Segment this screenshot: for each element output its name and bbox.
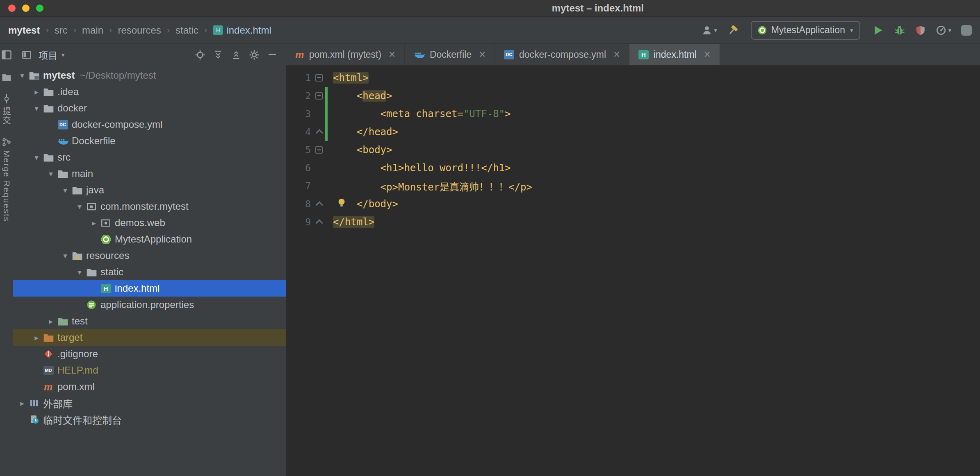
tab-close-icon[interactable]: × bbox=[479, 49, 485, 60]
tree-item-src[interactable]: ▾src bbox=[13, 149, 286, 165]
fold-marker-icon[interactable] bbox=[315, 201, 323, 209]
structure-stripe-button[interactable] bbox=[2, 73, 11, 82]
debug-button[interactable] bbox=[894, 25, 905, 36]
tree-item-test[interactable]: ▸test bbox=[13, 313, 286, 329]
breadcrumb-item-static[interactable]: static bbox=[175, 25, 198, 36]
build-hammer-icon[interactable] bbox=[727, 25, 738, 36]
fold-marker-icon[interactable] bbox=[315, 129, 323, 136]
tree-item-target[interactable]: ▸target bbox=[13, 329, 286, 346]
stop-button[interactable] bbox=[961, 25, 972, 36]
minimize-window-button[interactable] bbox=[22, 5, 30, 12]
zoom-window-button[interactable] bbox=[36, 5, 43, 12]
code-text[interactable]: </html> bbox=[327, 213, 374, 231]
tree-item-item[interactable]: 临时文件和控制台 bbox=[13, 411, 286, 428]
chevron-right-icon[interactable]: ▸ bbox=[31, 333, 42, 342]
tree-item-static[interactable]: ▾static bbox=[13, 264, 286, 280]
tree-item-index-html[interactable]: Hindex.html bbox=[13, 280, 286, 297]
intention-bulb-icon[interactable] bbox=[336, 197, 347, 211]
chevron-down-icon[interactable]: ▾ bbox=[16, 71, 28, 80]
run-configuration-select[interactable]: MytestApplication ▾ bbox=[751, 21, 861, 40]
line-number: 7 bbox=[286, 181, 311, 191]
chevron-down-icon: ▾ bbox=[714, 27, 717, 34]
locate-file-button[interactable] bbox=[193, 50, 207, 60]
breadcrumb-item-mytest[interactable]: mytest bbox=[8, 25, 40, 36]
tree-item-help-md[interactable]: MDHELP.md bbox=[13, 362, 286, 379]
breadcrumb-item-resources[interactable]: resources bbox=[118, 25, 161, 36]
tree-item-mytest[interactable]: ▾mytest~/Desktop/mytest bbox=[13, 67, 286, 84]
tree-item-application-properties[interactable]: application.properties bbox=[13, 297, 286, 313]
project-stripe-button[interactable] bbox=[1, 50, 12, 60]
spring-boot-icon bbox=[758, 26, 766, 34]
chevron-right-icon[interactable]: ▸ bbox=[88, 218, 100, 228]
tree-item-main[interactable]: ▾main bbox=[13, 165, 286, 182]
folder-excluded-icon bbox=[42, 333, 55, 342]
editor-tab-index-html[interactable]: Hindex.html× bbox=[629, 44, 720, 65]
commit-stripe-label: 提交 bbox=[0, 107, 12, 125]
chevron-down-icon[interactable]: ▾ bbox=[45, 169, 57, 179]
merge-requests-stripe-button[interactable]: Merge Requests bbox=[2, 137, 11, 222]
tree-item-mytestapplication[interactable]: MytestApplication bbox=[13, 231, 286, 247]
chevron-down-icon[interactable]: ▾ bbox=[62, 51, 65, 59]
chevron-down-icon[interactable]: ▾ bbox=[74, 267, 85, 277]
code-editor[interactable]: 1<html>2 <head>3 <meta charset="UTF-8">4… bbox=[286, 66, 980, 476]
window-title: mytest – index.html bbox=[552, 2, 644, 14]
commit-stripe-button[interactable]: 提交 bbox=[0, 94, 12, 125]
collapse-all-button[interactable] bbox=[229, 50, 243, 60]
folder-icon bbox=[85, 267, 98, 277]
tree-item-idea[interactable]: ▸.idea bbox=[13, 84, 286, 100]
html-icon: H bbox=[638, 50, 649, 59]
tab-close-icon[interactable]: × bbox=[613, 49, 620, 60]
code-text[interactable]: <p>Monster是真滴帅！！！</p> bbox=[327, 177, 532, 195]
hide-panel-button[interactable] bbox=[265, 54, 279, 55]
chevron-right-icon[interactable]: ▸ bbox=[31, 87, 42, 97]
tree-item-item[interactable]: ▸外部库 bbox=[13, 395, 286, 411]
tree-item-java[interactable]: ▾java bbox=[13, 182, 286, 198]
expand-all-button[interactable] bbox=[211, 50, 225, 60]
tree-item-pom-xml[interactable]: mpom.xml bbox=[13, 379, 286, 395]
code-text[interactable]: <body> bbox=[327, 141, 392, 159]
tree-item-label: pom.xml bbox=[57, 381, 95, 392]
folder-icon bbox=[71, 185, 83, 195]
settings-gear-icon[interactable] bbox=[247, 50, 261, 60]
editor-tab-pom-xml-mytest[interactable]: mpom.xml (mytest)× bbox=[286, 44, 405, 65]
code-text[interactable]: <meta charset="UTF-8"> bbox=[327, 105, 511, 123]
run-button[interactable] bbox=[873, 25, 884, 36]
tab-close-icon[interactable]: × bbox=[389, 49, 395, 60]
docker-compose-icon: DC bbox=[57, 120, 69, 129]
editor-tab-docker-compose-yml[interactable]: DCdocker-compose.yml× bbox=[495, 44, 629, 65]
code-text[interactable]: </body> bbox=[327, 195, 398, 213]
chevron-right-icon[interactable]: ▸ bbox=[16, 399, 28, 408]
tree-item-resources[interactable]: ▾resources bbox=[13, 247, 286, 264]
tree-item-demos-web[interactable]: ▸demos.web bbox=[13, 215, 286, 231]
tab-close-icon[interactable]: × bbox=[704, 49, 711, 60]
fold-marker-icon[interactable] bbox=[315, 219, 323, 227]
chevron-down-icon[interactable]: ▾ bbox=[31, 104, 42, 113]
close-window-button[interactable] bbox=[8, 5, 16, 12]
code-text[interactable]: <head> bbox=[327, 87, 392, 105]
code-text[interactable]: <html> bbox=[327, 69, 369, 87]
chevron-down-icon[interactable]: ▾ bbox=[59, 186, 71, 195]
fold-marker-icon[interactable] bbox=[315, 146, 323, 154]
code-text[interactable]: <h1>hello word!!!</h1> bbox=[327, 159, 511, 177]
coverage-button[interactable] bbox=[915, 25, 926, 36]
breadcrumb-item-src[interactable]: src bbox=[55, 25, 68, 36]
tree-item-dockerfile[interactable]: Dockerfile bbox=[13, 133, 286, 149]
chevron-right-icon[interactable]: ▸ bbox=[45, 317, 57, 326]
fold-marker-icon[interactable] bbox=[315, 92, 323, 100]
chevron-down-icon[interactable]: ▾ bbox=[74, 202, 85, 211]
code-text[interactable]: </head> bbox=[327, 123, 398, 141]
chevron-down-icon[interactable]: ▾ bbox=[59, 251, 71, 261]
tree-item-docker-compose-yml[interactable]: DCdocker-compose.yml bbox=[13, 116, 286, 133]
tree-item-docker[interactable]: ▾docker bbox=[13, 100, 286, 116]
editor-tab-dockerfile[interactable]: Dockerfile× bbox=[405, 44, 495, 65]
tree-item-com-monster-mytest[interactable]: ▾com.monster.mytest bbox=[13, 198, 286, 215]
profiler-button[interactable]: ▾ bbox=[936, 25, 951, 36]
tree-item-gitignore[interactable]: .gitignore bbox=[13, 346, 286, 362]
fold-marker-icon[interactable] bbox=[315, 74, 323, 82]
breadcrumb-item-main[interactable]: main bbox=[82, 25, 103, 36]
project-tool-window: 项目 ▾ ▾mytest~/Desktop/mytest▸.idea▾docke… bbox=[13, 44, 286, 476]
breadcrumb-item-index-html[interactable]: Hindex.html bbox=[213, 25, 271, 36]
panel-title[interactable]: 项目 bbox=[39, 48, 57, 62]
user-icon[interactable]: ▾ bbox=[702, 25, 717, 36]
chevron-down-icon[interactable]: ▾ bbox=[31, 153, 42, 162]
